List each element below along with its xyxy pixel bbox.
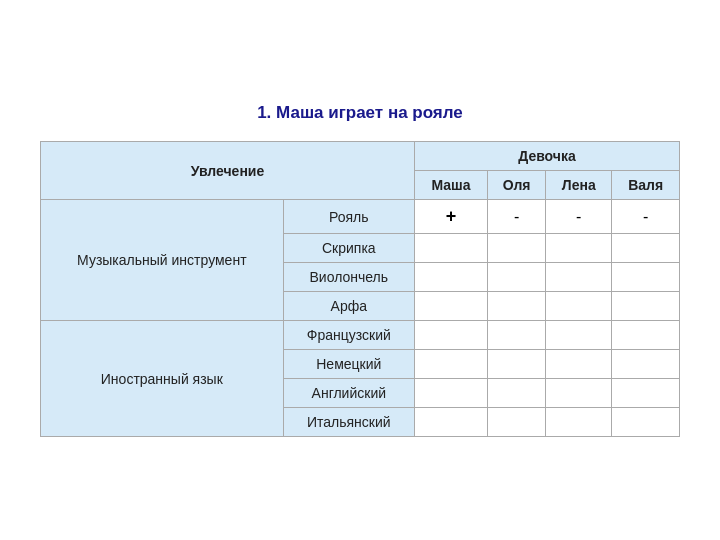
cell-0-2-1 [487,263,545,292]
cell-0-1-3 [612,234,680,263]
item-label-0-1: Скрипка [283,234,414,263]
page-title: 1. Маша играет на рояле [257,103,463,123]
cell-1-0-3 [612,321,680,350]
cell-1-2-3 [612,379,680,408]
cell-1-3-2 [546,408,612,437]
cell-0-3-2 [546,292,612,321]
cell-1-1-3 [612,350,680,379]
header-group: Девочка [415,142,680,171]
cell-0-0-1: - [487,200,545,234]
cell-1-0-2 [546,321,612,350]
table-wrapper: Увлечение Девочка МашаОляЛенаВаля Музыка… [40,141,680,437]
item-label-1-3: Итальянский [283,408,414,437]
cell-1-0-1 [487,321,545,350]
cell-1-2-1 [487,379,545,408]
cell-1-3-0 [415,408,488,437]
item-label-1-0: Французский [283,321,414,350]
cell-0-3-0 [415,292,488,321]
cell-1-1-2 [546,350,612,379]
cell-0-1-0 [415,234,488,263]
cell-0-0-3: - [612,200,680,234]
cell-0-1-1 [487,234,545,263]
cell-0-0-0: + [415,200,488,234]
cell-1-1-1 [487,350,545,379]
header-hobby: Увлечение [41,142,415,200]
cell-1-0-0 [415,321,488,350]
cell-0-3-3 [612,292,680,321]
item-label-0-0: Рояль [283,200,414,234]
col-girl-3: Валя [612,171,680,200]
col-girl-1: Оля [487,171,545,200]
cell-1-3-1 [487,408,545,437]
cell-1-3-3 [612,408,680,437]
item-label-1-1: Немецкий [283,350,414,379]
col-girl-0: Маша [415,171,488,200]
category-0: Музыкальный инструмент [41,200,284,321]
cell-0-2-3 [612,263,680,292]
cell-1-2-2 [546,379,612,408]
col-girl-2: Лена [546,171,612,200]
main-table: Увлечение Девочка МашаОляЛенаВаля Музыка… [40,141,680,437]
cell-0-0-2: - [546,200,612,234]
item-label-1-2: Английский [283,379,414,408]
cell-0-3-1 [487,292,545,321]
cell-1-2-0 [415,379,488,408]
item-label-0-3: Арфа [283,292,414,321]
cell-0-2-0 [415,263,488,292]
cell-1-1-0 [415,350,488,379]
cell-0-2-2 [546,263,612,292]
category-1: Иностранный язык [41,321,284,437]
item-label-0-2: Виолончель [283,263,414,292]
cell-0-1-2 [546,234,612,263]
